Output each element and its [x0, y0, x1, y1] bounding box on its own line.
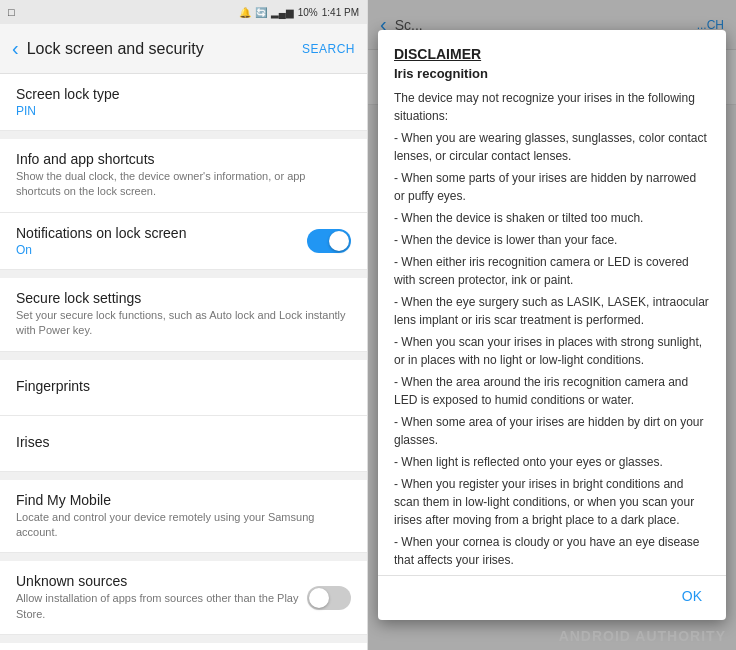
back-button[interactable]: ‹ [12, 37, 19, 60]
right-panel: □ 🔔 ▂▄▆ 10% 1:41 PM ‹ Sc... ...CH Sc... … [368, 0, 736, 650]
page-title: Lock screen and security [27, 40, 302, 58]
item-title: Unknown sources [16, 573, 307, 589]
app-icon: □ [8, 6, 15, 18]
item-title: Notifications on lock screen [16, 225, 307, 241]
item-title: Secure lock settings [16, 290, 351, 306]
dialog-list-item: - When the device is lower than your fac… [394, 231, 710, 249]
dialog-list-item: - When either iris recognition camera or… [394, 253, 710, 289]
list-item[interactable]: Info and app shortcuts Show the dual clo… [0, 139, 367, 213]
list-item[interactable]: Unknown sources Allow installation of ap… [0, 561, 367, 635]
dialog-intro: The device may not recognize your irises… [394, 89, 710, 125]
item-content: Info and app shortcuts Show the dual clo… [16, 151, 351, 200]
dialog-list-item: - When the area around the iris recognit… [394, 373, 710, 409]
item-subtitle: Allow installation of apps from sources … [16, 591, 307, 622]
search-button[interactable]: SEARCH [302, 42, 355, 56]
item-title: Info and app shortcuts [16, 151, 351, 167]
section-divider [0, 352, 367, 360]
toggle-knob [309, 588, 329, 608]
dialog-items: - When you are wearing glasses, sunglass… [394, 129, 710, 569]
settings-list: Screen lock type PIN Info and app shortc… [0, 74, 367, 650]
top-bar: ‹ Lock screen and security SEARCH [0, 24, 367, 74]
toggle-knob [329, 231, 349, 251]
item-subtitle: Set your secure lock functions, such as … [16, 308, 351, 339]
item-title: Find My Mobile [16, 492, 351, 508]
item-title: Fingerprints [16, 378, 351, 394]
section-divider [0, 553, 367, 561]
sync-icon: 🔄 [255, 7, 267, 18]
ok-button[interactable]: OK [674, 584, 710, 608]
item-content: Fingerprints [16, 378, 351, 396]
dialog-content: DISCLAIMER Iris recognition The device m… [378, 30, 726, 575]
list-item[interactable]: Notifications on lock screen On [0, 213, 367, 270]
dialog-list-item: - When you scan your irises in places wi… [394, 333, 710, 369]
section-divider [0, 472, 367, 480]
list-item[interactable]: Screen lock type PIN [0, 74, 367, 131]
dialog-body: The device may not recognize your irises… [394, 89, 710, 569]
item-value: On [16, 243, 307, 257]
dialog-title: DISCLAIMER [394, 46, 710, 62]
signal-icon: ▂▄▆ [271, 7, 294, 18]
list-item[interactable]: Encrypt device Protect your device by en… [0, 643, 367, 650]
item-content: Find My Mobile Locate and control your d… [16, 492, 351, 541]
item-value: PIN [16, 104, 351, 118]
dialog-list-item: - When some parts of your irises are hid… [394, 169, 710, 205]
watermark: ANDROID AUTHORITY [559, 628, 726, 644]
item-content: Irises [16, 434, 351, 452]
section-divider [0, 131, 367, 139]
notification-icon: 🔔 [239, 7, 251, 18]
status-bar-right-info: 🔔 🔄 ▂▄▆ 10% 1:41 PM [239, 7, 359, 18]
list-item[interactable]: Find My Mobile Locate and control your d… [0, 480, 367, 554]
dialog-list-item: - When light is reflected onto your eyes… [394, 453, 710, 471]
left-panel: □ 🔔 🔄 ▂▄▆ 10% 1:41 PM ‹ Lock screen and … [0, 0, 368, 650]
item-title: Screen lock type [16, 86, 351, 102]
status-bar-left-icons: □ [8, 6, 15, 18]
list-item[interactable]: Secure lock settings Set your secure loc… [0, 278, 367, 352]
dialog-list-item: - When some area of your irises are hidd… [394, 413, 710, 449]
dialog-list-item: - When the eye surgery such as LASIK, LA… [394, 293, 710, 329]
dialog-subtitle: Iris recognition [394, 66, 710, 81]
item-content: Screen lock type PIN [16, 86, 351, 118]
dialog-list-item: - When your cornea is cloudy or you have… [394, 533, 710, 569]
item-content: Notifications on lock screen On [16, 225, 307, 257]
item-subtitle: Locate and control your device remotely … [16, 510, 351, 541]
dialog-list-item: - When the device is shaken or tilted to… [394, 209, 710, 227]
dialog-list-item: - When you are wearing glasses, sunglass… [394, 129, 710, 165]
dialog-list-item: - When you register your irises in brigh… [394, 475, 710, 529]
list-item[interactable]: Fingerprints [0, 360, 367, 416]
dialog-footer: OK [378, 575, 726, 620]
section-divider [0, 635, 367, 643]
item-subtitle: Show the dual clock, the device owner's … [16, 169, 351, 200]
time-text: 1:41 PM [322, 7, 359, 18]
battery-text: 10% [298, 7, 318, 18]
unknown-sources-toggle[interactable] [307, 586, 351, 610]
disclaimer-dialog: DISCLAIMER Iris recognition The device m… [378, 30, 726, 620]
list-item[interactable]: Irises [0, 416, 367, 472]
item-content: Unknown sources Allow installation of ap… [16, 573, 307, 622]
item-title: Irises [16, 434, 351, 450]
section-divider [0, 270, 367, 278]
status-bar-left: □ 🔔 🔄 ▂▄▆ 10% 1:41 PM [0, 0, 367, 24]
notifications-toggle[interactable] [307, 229, 351, 253]
item-content: Secure lock settings Set your secure loc… [16, 290, 351, 339]
